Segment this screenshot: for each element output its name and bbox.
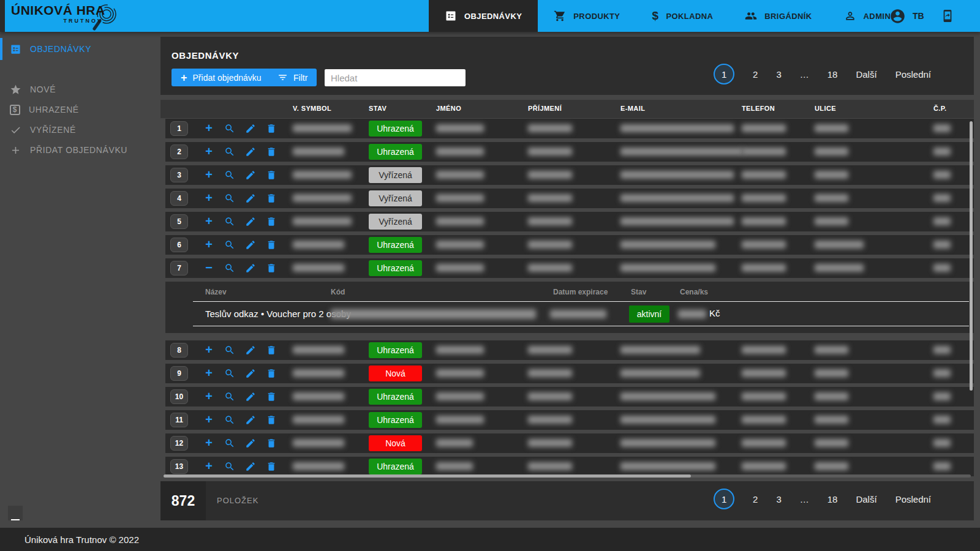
page-next[interactable]: Další: [856, 69, 876, 80]
vsymbol-redacted: [293, 148, 344, 156]
expand-row-icon[interactable]: +: [203, 216, 214, 227]
delete-order-icon[interactable]: [266, 461, 277, 472]
expand-row-icon[interactable]: +: [203, 345, 214, 356]
delete-order-icon[interactable]: [266, 263, 277, 274]
page-next[interactable]: Další: [856, 494, 876, 504]
expand-row-icon[interactable]: +: [203, 391, 214, 402]
delete-order-icon[interactable]: [266, 170, 277, 181]
view-order-icon[interactable]: [224, 368, 235, 379]
page-3[interactable]: 3: [776, 494, 781, 504]
sidebar-item-uhrazene[interactable]: $ UHRAZENÉ: [0, 100, 160, 119]
view-order-icon[interactable]: [224, 414, 235, 425]
view-order-icon[interactable]: [224, 216, 235, 227]
edit-order-icon[interactable]: [245, 146, 256, 157]
content-header-panel: OBJEDNÁVKY + Přidat objednávku Filtr 1 2…: [160, 37, 974, 95]
user-menu[interactable]: TB: [889, 0, 924, 32]
view-order-icon[interactable]: [224, 345, 235, 356]
topbar: ÚNIKOVÁ HRA TRUTNOV OBJEDNÁVKY PRODUKTY …: [0, 0, 980, 32]
edit-order-icon[interactable]: [245, 170, 256, 181]
page-2[interactable]: 2: [753, 494, 758, 504]
edit-order-icon[interactable]: [245, 368, 256, 379]
status-badge: Vyřízená: [369, 214, 422, 230]
nav-tab-brigadnik[interactable]: BRIGÁDNÍK: [729, 0, 827, 32]
view-order-icon[interactable]: [224, 239, 235, 250]
delete-order-icon[interactable]: [266, 368, 277, 379]
app-logo[interactable]: ÚNIKOVÁ HRA TRUTNOV: [11, 3, 152, 30]
page-current[interactable]: 1: [714, 64, 734, 84]
sidebar-item-pridat-objednavku[interactable]: PŘIDAT OBJEDNÁVKU: [0, 140, 160, 160]
delete-order-icon[interactable]: [266, 146, 277, 157]
prijmeni-redacted: [528, 124, 572, 132]
nav-tab-label: POKLADNA: [666, 12, 713, 21]
delete-order-icon[interactable]: [266, 345, 277, 356]
expand-row-icon[interactable]: +: [203, 239, 214, 250]
nav-tab-produkty[interactable]: PRODUKTY: [538, 0, 636, 32]
expand-row-icon[interactable]: −: [203, 263, 214, 274]
delete-order-icon[interactable]: [266, 391, 277, 402]
horizontal-scrollbar-thumb[interactable]: [164, 474, 691, 478]
search-input[interactable]: [325, 69, 466, 86]
status-badge: Uhrazená: [369, 342, 422, 358]
logout-button[interactable]: [941, 0, 954, 32]
view-order-icon[interactable]: [224, 438, 235, 449]
page-18[interactable]: 18: [827, 494, 838, 504]
minimize-widget-button[interactable]: [8, 506, 23, 520]
view-order-icon[interactable]: [224, 461, 235, 472]
expand-row-icon[interactable]: +: [203, 123, 214, 134]
page-2[interactable]: 2: [753, 69, 758, 80]
cp-redacted: [933, 217, 951, 225]
page-ellipsis: …: [800, 69, 809, 80]
delete-order-icon[interactable]: [266, 123, 277, 134]
edit-order-icon[interactable]: [245, 263, 256, 274]
view-order-icon[interactable]: [224, 193, 235, 204]
nav-tab-objednavky[interactable]: OBJEDNÁVKY: [429, 0, 538, 32]
expand-row-icon[interactable]: +: [203, 170, 214, 181]
sidebar-item-objednavky[interactable]: OBJEDNÁVKY: [0, 39, 160, 59]
page-18[interactable]: 18: [827, 69, 838, 80]
view-order-icon[interactable]: [224, 263, 235, 274]
page-last[interactable]: Poslední: [895, 69, 931, 80]
nav-tab-pokladna[interactable]: $ POKLADNA: [636, 0, 729, 32]
filter-button[interactable]: Filtr: [268, 69, 317, 86]
page-current[interactable]: 1: [714, 489, 734, 509]
edit-order-icon[interactable]: [245, 123, 256, 134]
view-order-icon[interactable]: [224, 123, 235, 134]
sidebar-item-nove[interactable]: NOVÉ: [0, 80, 160, 99]
col-prijmeni: PŘÍJMENÍ: [528, 105, 562, 112]
expand-row-icon[interactable]: +: [203, 146, 214, 157]
vertical-scrollbar-thumb[interactable]: [970, 121, 973, 391]
expand-row-icon[interactable]: +: [203, 368, 214, 379]
delete-order-icon[interactable]: [266, 193, 277, 204]
page-3[interactable]: 3: [776, 69, 781, 80]
ulice-redacted: [815, 217, 848, 225]
view-order-icon[interactable]: [224, 170, 235, 181]
edit-order-icon[interactable]: [245, 391, 256, 402]
page-last[interactable]: Poslední: [895, 494, 931, 504]
cp-redacted: [933, 264, 951, 272]
edit-order-icon[interactable]: [245, 438, 256, 449]
expand-row-icon[interactable]: +: [203, 438, 214, 449]
horizontal-scrollbar-track[interactable]: [164, 474, 971, 478]
view-order-icon[interactable]: [224, 391, 235, 402]
sidebar-item-vyrizene[interactable]: VYŘÍZENÉ: [0, 120, 160, 140]
edit-order-icon[interactable]: [245, 345, 256, 356]
cp-redacted: [933, 369, 951, 377]
expand-row-icon[interactable]: +: [203, 461, 214, 472]
voucher-expiry-redacted: [550, 310, 606, 318]
delete-order-icon[interactable]: [266, 239, 277, 250]
edit-order-icon[interactable]: [245, 461, 256, 472]
edit-order-icon[interactable]: [245, 193, 256, 204]
delete-order-icon[interactable]: [266, 414, 277, 425]
expand-row-icon[interactable]: +: [203, 193, 214, 204]
jmeno-redacted: [436, 439, 473, 447]
add-order-button[interactable]: + Přidat objednávku: [172, 69, 271, 86]
view-order-icon[interactable]: [224, 146, 235, 157]
telefon-redacted: [742, 171, 786, 179]
edit-order-icon[interactable]: [245, 216, 256, 227]
delete-order-icon[interactable]: [266, 216, 277, 227]
jmeno-redacted: [436, 171, 484, 179]
expand-row-icon[interactable]: +: [203, 414, 214, 425]
delete-order-icon[interactable]: [266, 438, 277, 449]
edit-order-icon[interactable]: [245, 414, 256, 425]
edit-order-icon[interactable]: [245, 239, 256, 250]
